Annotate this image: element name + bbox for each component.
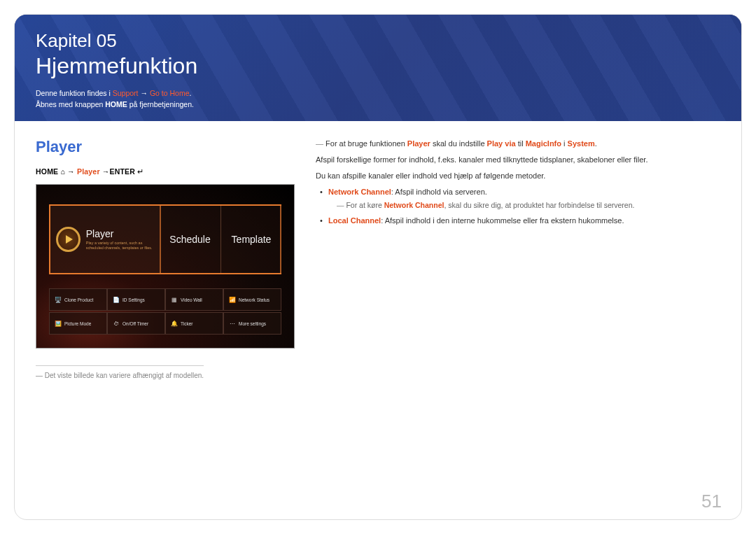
left-column: Player HOME ⌂ → Player →ENTER ↵ Player P…: [36, 138, 295, 379]
bullet2-label: Local Channel: [328, 216, 381, 225]
home-icon: ⌂: [60, 167, 65, 176]
page-frame: Kapitel 05 Hjemmefunktion Denne funktion…: [14, 14, 742, 520]
intro-pre: Denne funktion findes i: [36, 89, 113, 97]
intro-line: Denne funktion findes i Support → Go to …: [36, 89, 720, 97]
cell-onoff-timer[interactable]: ⏱On/Off Timer: [107, 312, 165, 335]
cell-label: Picture Mode: [64, 321, 91, 326]
footnote-text: Det viste billede kan variere afhængigt …: [45, 372, 204, 379]
network-icon: 📶: [228, 296, 236, 304]
cell-picture-mode[interactable]: 🖼️Picture Mode: [49, 312, 107, 335]
sub2-post: på fjernbetjeningen.: [127, 100, 194, 108]
path-arrow-2: →: [100, 167, 110, 176]
footnote-divider: [36, 365, 204, 366]
bullet1-sub-post: , skal du sikre dig, at produktet har fo…: [444, 201, 634, 209]
cell-clone-product[interactable]: 🖥️Clone Product: [49, 288, 107, 311]
cell-label: Network Status: [239, 297, 270, 302]
path-enter: ENTER: [110, 167, 136, 176]
dash-icon: ―: [337, 201, 344, 209]
dash-icon: ―: [36, 372, 45, 379]
tile-schedule-label: Schedule: [169, 234, 210, 245]
content-area: Player HOME ⌂ → Player →ENTER ↵ Player P…: [15, 121, 741, 386]
play-icon: [56, 227, 80, 252]
note1-magic: MagicInfo: [526, 139, 561, 148]
grid-icon: ▦: [170, 296, 178, 304]
cell-more-settings[interactable]: ⋯More settings: [223, 312, 281, 335]
enter-icon: ↵: [137, 167, 144, 176]
note-1: ― For at bruge funktionen Player skal du…: [316, 138, 720, 150]
bullet-list: Network Channel: Afspil indhold via serv…: [316, 186, 720, 227]
picture-icon: 🖼️: [54, 320, 62, 328]
more-icon: ⋯: [228, 320, 236, 328]
note1-i: i: [561, 139, 568, 148]
cell-ticker[interactable]: 🔔Ticker: [165, 312, 223, 335]
para-1: Afspil forskellige former for indhold, f…: [316, 154, 720, 166]
page-number: 51: [701, 491, 722, 512]
note1-player: Player: [407, 139, 430, 148]
right-column: ― For at bruge funktionen Player skal du…: [316, 138, 720, 379]
path-player: Player: [77, 167, 100, 176]
grid-row-1: 🖥️Clone Product 📄ID Settings ▦Video Wall…: [49, 288, 281, 311]
note1-pre: For at bruge funktionen: [326, 139, 407, 148]
chapter-line: Kapitel 05: [36, 30, 720, 52]
path-home: HOME: [36, 167, 58, 176]
bullet-network-channel: Network Channel: Afspil indhold via serv…: [320, 186, 720, 211]
cell-label: Ticker: [181, 321, 192, 326]
sub-line-2: Åbnes med knappen HOME på fjernbetjening…: [36, 100, 720, 108]
intro-arrow: →: [139, 89, 150, 97]
tv-screenshot: Player Play a variety of content, such a…: [36, 184, 295, 349]
note1-til: til: [516, 139, 526, 148]
chapter-number: 05: [97, 30, 117, 51]
cell-video-wall[interactable]: ▦Video Wall: [165, 288, 223, 311]
note1-mid: skal du indstille: [430, 139, 487, 148]
chapter-title: Hjemmefunktion: [36, 53, 720, 79]
tile-template-label: Template: [232, 234, 272, 245]
timer-icon: ⏱: [112, 320, 120, 328]
cell-id-settings[interactable]: 📄ID Settings: [107, 288, 165, 311]
cell-label: Clone Product: [64, 297, 93, 302]
id-icon: 📄: [112, 296, 120, 304]
tile-player[interactable]: Player Play a variety of content, such a…: [49, 204, 161, 274]
tile-player-desc: Play a variety of content, such as sched…: [86, 241, 160, 250]
intro-support: Support: [113, 89, 139, 97]
monitor-icon: 🖥️: [54, 296, 62, 304]
chapter-prefix: Kapitel: [36, 30, 92, 51]
intro-goto: Go to Home: [150, 89, 190, 97]
tile-row: Player Play a variety of content, such a…: [49, 204, 281, 274]
section-title: Player: [36, 138, 295, 156]
bullet-local-channel: Local Channel: Afspil indhold i den inte…: [320, 215, 720, 227]
footnote: ― Det viste billede kan variere afhængig…: [36, 372, 295, 379]
tile-schedule[interactable]: Schedule: [160, 206, 221, 273]
note1-system: System: [568, 139, 595, 148]
bullet1-subnote: ― For at køre Network Channel, skal du s…: [328, 199, 720, 211]
sub2-pre: Åbnes med knappen: [36, 100, 105, 108]
ticker-icon: 🔔: [170, 320, 178, 328]
note1-playvia: Play via: [487, 139, 516, 148]
para-2: Du kan afspille kanaler eller indhold ve…: [316, 170, 720, 182]
cell-label: Video Wall: [181, 297, 202, 302]
tile-player-name: Player: [86, 228, 160, 239]
chapter-header: Kapitel 05 Hjemmefunktion Denne funktion…: [15, 15, 741, 121]
sub2-bold: HOME: [105, 100, 127, 108]
intro-post: .: [189, 89, 191, 97]
nav-path: HOME ⌂ → Player →ENTER ↵: [36, 167, 295, 176]
bullet1-sub-label: Network Channel: [384, 201, 444, 209]
path-arrow-1: →: [67, 167, 77, 176]
note1-post: .: [595, 139, 597, 148]
grid-row-2: 🖼️Picture Mode ⏱On/Off Timer 🔔Ticker ⋯Mo…: [49, 312, 281, 335]
cell-label: ID Settings: [122, 297, 145, 302]
bullet2-text: : Afspil indhold i den interne hukommels…: [381, 216, 624, 225]
cell-label: On/Off Timer: [122, 321, 148, 326]
bullet1-text: : Afspil indhold via serveren.: [391, 188, 487, 196]
cell-network-status[interactable]: 📶Network Status: [223, 288, 281, 311]
bullet1-label: Network Channel: [328, 188, 391, 196]
tile-player-text: Player Play a variety of content, such a…: [86, 228, 160, 250]
tile-template[interactable]: Template: [221, 206, 281, 273]
cell-label: More settings: [239, 321, 266, 326]
dash-icon: ―: [316, 139, 323, 148]
bullet1-sub-pre: For at køre: [346, 201, 384, 209]
